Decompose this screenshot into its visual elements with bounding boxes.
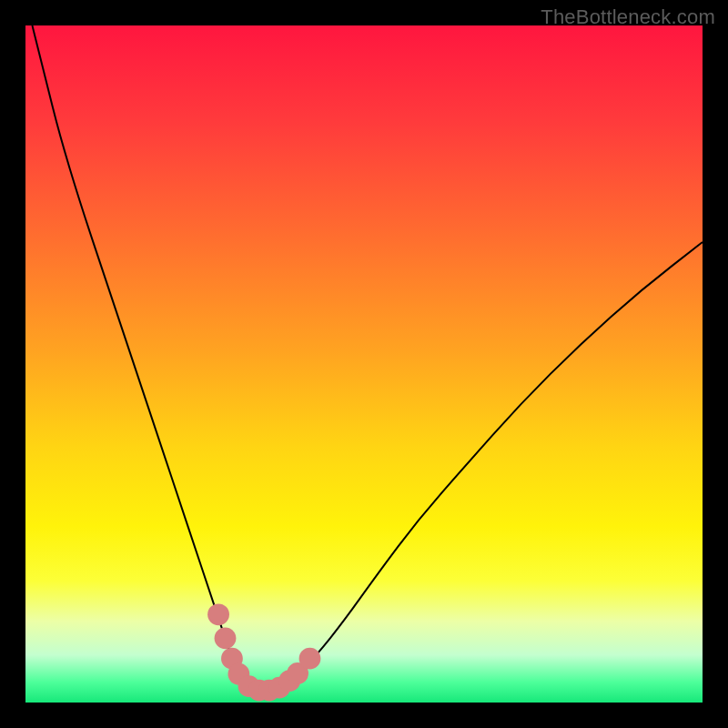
chart-frame: TheBottleneck.com [0,0,728,728]
curve-marker [299,648,321,670]
curve-marker [207,603,229,625]
plot-area [25,25,703,703]
bottleneck-curve [32,25,703,691]
curve-marker [215,627,237,649]
curve-markers [207,603,320,701]
chart-svg [25,25,703,703]
watermark-text: TheBottleneck.com [541,5,715,29]
